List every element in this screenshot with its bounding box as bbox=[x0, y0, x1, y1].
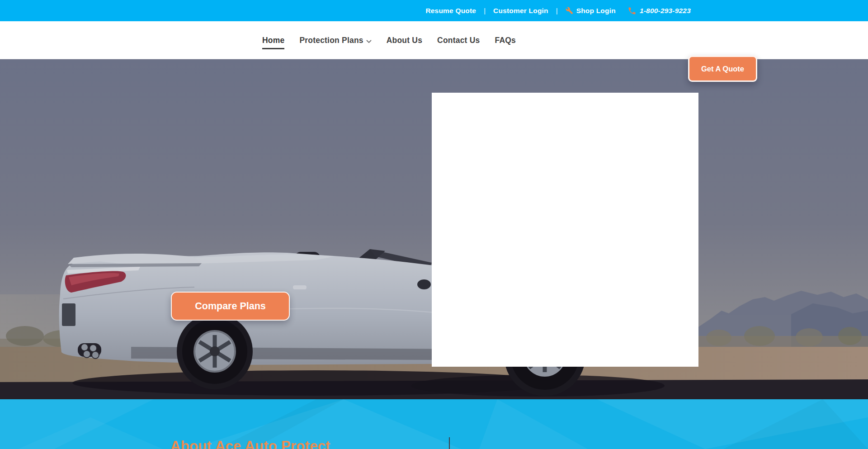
wrench-icon bbox=[566, 7, 573, 14]
topbar-separator: | bbox=[556, 7, 558, 14]
about-heading: About Ace Auto Protect bbox=[170, 438, 330, 449]
customer-login-link[interactable]: Customer Login bbox=[493, 7, 548, 15]
compare-plans-button[interactable]: Compare Plans bbox=[171, 292, 290, 321]
about-section: About Ace Auto Protect bbox=[0, 399, 868, 449]
nav-protection-plans-label: Protection Plans bbox=[299, 36, 363, 45]
nav-item-about-us[interactable]: About Us bbox=[387, 21, 422, 59]
phone-number-link[interactable]: 1-800-293-9223 bbox=[640, 7, 691, 15]
topbar-phone-group: 1-800-293-9223 bbox=[627, 6, 691, 15]
nav-item-protection-plans[interactable]: Protection Plans bbox=[299, 21, 371, 59]
chevron-down-icon bbox=[366, 36, 372, 46]
resume-quote-link[interactable]: Resume Quote bbox=[425, 7, 476, 15]
topbar-separator: | bbox=[484, 7, 486, 14]
nav-contact-us-link[interactable]: Contact Us bbox=[437, 36, 480, 45]
nav-menu: Home Protection Plans About Us Contact U… bbox=[262, 21, 516, 59]
nav-home-link[interactable]: Home bbox=[262, 36, 284, 45]
nav-item-faqs[interactable]: FAQs bbox=[495, 21, 516, 59]
nav-item-home[interactable]: Home bbox=[262, 21, 284, 59]
nav-protection-plans-link[interactable]: Protection Plans bbox=[299, 35, 371, 46]
about-background-pattern bbox=[0, 399, 868, 449]
get-a-quote-button[interactable]: Get A Quote bbox=[688, 56, 757, 82]
hero-banner bbox=[0, 59, 868, 399]
topbar: Resume Quote | Customer Login | Shop Log… bbox=[0, 0, 868, 21]
page: Resume Quote | Customer Login | Shop Log… bbox=[0, 0, 868, 449]
nav-about-us-link[interactable]: About Us bbox=[387, 36, 422, 45]
nav-faqs-link[interactable]: FAQs bbox=[495, 36, 516, 45]
quote-form-panel bbox=[432, 93, 698, 367]
phone-icon bbox=[627, 6, 637, 15]
about-column-divider bbox=[449, 437, 450, 449]
nav-item-contact-us[interactable]: Contact Us bbox=[437, 21, 480, 59]
shop-login-link[interactable]: Shop Login bbox=[576, 7, 616, 15]
main-nav: Home Protection Plans About Us Contact U… bbox=[0, 21, 868, 59]
